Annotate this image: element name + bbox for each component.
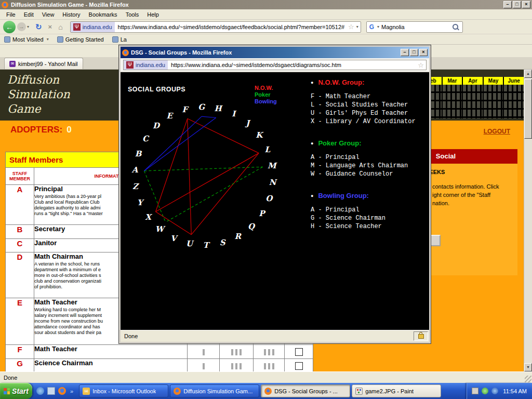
firefox-icon xyxy=(174,388,181,395)
refresh-button[interactable]: ↻ xyxy=(35,22,42,32)
checkbox-cell xyxy=(285,345,313,359)
search-engine-icon[interactable]: G xyxy=(369,23,374,31)
month-label: Apr xyxy=(463,77,483,85)
circle-letter: E xyxy=(167,111,172,121)
back-button[interactable]: ← xyxy=(3,21,16,33)
popup-close-button[interactable]: × xyxy=(419,49,428,56)
quick-launch-browser-icon[interactable] xyxy=(36,387,44,395)
popup-site-identity-button[interactable]: Ψ indiana.edu xyxy=(124,60,168,70)
url-input[interactable]: https://www.indiana.edu/~simed/istdemo/d… xyxy=(115,24,346,30)
resize-grip[interactable] xyxy=(525,376,531,382)
logout-link[interactable]: LOGOUT xyxy=(484,128,510,135)
show-desktop-icon[interactable] xyxy=(47,387,55,395)
popup-status-text: Done xyxy=(124,333,138,339)
popup-bookmark-star-icon[interactable]: ☆ xyxy=(416,61,426,69)
system-tray: 11:54 AM xyxy=(467,383,532,399)
taskbar-button[interactable]: DSG - Social Groups - ... xyxy=(261,384,350,397)
scroll-down-button[interactable]: ▼ xyxy=(524,363,532,371)
circle-letter: R xyxy=(234,232,241,241)
bullet-icon: ● xyxy=(311,141,313,146)
task-label: game2.JPG - Paint xyxy=(365,388,414,394)
tab-yahoo-mail[interactable]: ✉ kimberj99 - Yahoo! Mail xyxy=(4,58,83,69)
staff-letter: B xyxy=(6,225,34,239)
menu-item-help[interactable]: Help xyxy=(143,10,163,19)
site-logo: Diffusion Simulation Game xyxy=(7,73,70,116)
scroll-up-button[interactable]: ▲ xyxy=(524,70,532,78)
group-lists: ●N.O.W. Group:F - Math TeacherL - Social… xyxy=(311,78,416,244)
minimize-button[interactable]: – xyxy=(503,1,512,8)
window-title: Diffusion Simulation Game - Mozilla Fire… xyxy=(11,2,503,8)
group-title: ●Bowling Group: xyxy=(311,192,416,200)
circle-letter: Y xyxy=(137,198,143,207)
url-dropdown-icon[interactable]: ▾ xyxy=(356,24,361,29)
side-panel-text: contacts information. Click ight corner … xyxy=(432,182,499,207)
checkbox-cell xyxy=(285,359,313,372)
circle-letter: Q xyxy=(248,222,255,231)
overflow-chevron-icon[interactable]: » xyxy=(70,388,73,394)
popup-url-bar[interactable]: Ψ indiana.edu https://www.indiana.edu/~s… xyxy=(123,60,427,70)
adopters-value: 0 xyxy=(66,125,71,135)
identity-label: indiana.edu xyxy=(83,24,112,30)
search-input[interactable]: Magnolia xyxy=(381,24,450,30)
popup-titlebar[interactable]: DSG - Social Groups - Mozilla Firefox – … xyxy=(121,47,429,58)
antivirus-tray-icon[interactable] xyxy=(482,388,488,394)
tally-mark xyxy=(203,349,205,355)
update-tray-icon[interactable] xyxy=(491,388,498,394)
close-button[interactable]: × xyxy=(522,1,530,8)
circle-letter: D xyxy=(153,121,159,130)
search-engine-dropdown-icon[interactable]: ▾ xyxy=(377,24,379,29)
popup-window: DSG - Social Groups - Mozilla Firefox – … xyxy=(118,45,431,344)
circle-letter: S xyxy=(220,238,225,247)
group-title: ●N.O.W. Group: xyxy=(311,78,416,86)
popup-maximize-button[interactable]: □ xyxy=(410,49,418,56)
home-button[interactable]: ⌂ xyxy=(58,23,62,31)
quick-launch-firefox-icon[interactable] xyxy=(58,387,66,395)
taskbar-button[interactable]: ✉Inbox - Microsoft Outlook xyxy=(79,384,168,397)
search-bar[interactable]: G ▾ Magnolia xyxy=(366,21,463,33)
circle-letter: H xyxy=(214,104,221,113)
status-text: Done xyxy=(4,375,17,381)
start-button[interactable]: Start xyxy=(0,383,32,399)
bookmark-star-icon[interactable]: ☆ xyxy=(346,23,356,31)
url-bar[interactable]: Ψ indiana.edu https://www.indiana.edu/~s… xyxy=(70,21,361,33)
month-label: Mar xyxy=(443,77,462,85)
scrollbar-thumb[interactable] xyxy=(524,79,532,139)
tally-mark xyxy=(203,363,205,369)
stop-button[interactable]: × xyxy=(48,23,52,31)
menu-item-edit[interactable]: Edit xyxy=(20,10,38,19)
diagram-legend: N.O.W.PokerBowling xyxy=(255,85,277,105)
tally-mark xyxy=(240,349,242,355)
forward-button[interactable]: → xyxy=(17,22,26,31)
circle-letter: V xyxy=(170,234,177,243)
popup-url-input[interactable]: https://www.indiana.edu/~simed/istdemo/d… xyxy=(168,62,416,68)
bookmark-item[interactable]: La xyxy=(112,36,127,43)
magnifier-icon[interactable] xyxy=(453,24,458,30)
circle-letter: X xyxy=(145,212,151,222)
menu-item-tools[interactable]: Tools xyxy=(122,10,143,19)
menu-item-bookmarks[interactable]: Bookmarks xyxy=(85,10,122,19)
keyboard-tray-icon[interactable] xyxy=(472,388,478,394)
contact-checkbox[interactable] xyxy=(295,362,303,370)
tally-cell xyxy=(254,359,285,372)
menu-item-file[interactable]: File xyxy=(2,10,20,19)
contact-checkbox[interactable] xyxy=(295,348,303,356)
site-identity-button[interactable]: Ψ indiana.edu xyxy=(71,22,115,32)
popup-title: DSG - Social Groups - Mozilla Firefox xyxy=(131,49,398,56)
chevron-down-icon: ▾ xyxy=(47,37,49,42)
group-chord xyxy=(156,118,188,211)
menu-item-view[interactable]: View xyxy=(38,10,59,19)
firefox-icon xyxy=(264,388,272,395)
tally-cell xyxy=(188,359,220,372)
popup-minimize-button[interactable]: – xyxy=(401,49,409,56)
taskbar-button[interactable]: game2.JPG - Paint xyxy=(352,384,441,397)
menu-item-history[interactable]: History xyxy=(58,10,84,19)
month-label: June xyxy=(504,77,524,85)
tally-mark xyxy=(235,363,237,369)
maximize-button[interactable]: □ xyxy=(513,1,521,8)
history-dropdown-icon[interactable]: ▾ xyxy=(27,24,29,29)
status-bar: Done xyxy=(0,371,532,383)
bookmark-item[interactable]: Most Visited▾ xyxy=(4,36,49,43)
taskbar-button[interactable]: Diffusion Simulation Gam... xyxy=(170,384,259,397)
vertical-scrollbar[interactable]: ▲ ▼ xyxy=(524,70,532,371)
bookmark-item[interactable]: Getting Started xyxy=(57,36,104,43)
